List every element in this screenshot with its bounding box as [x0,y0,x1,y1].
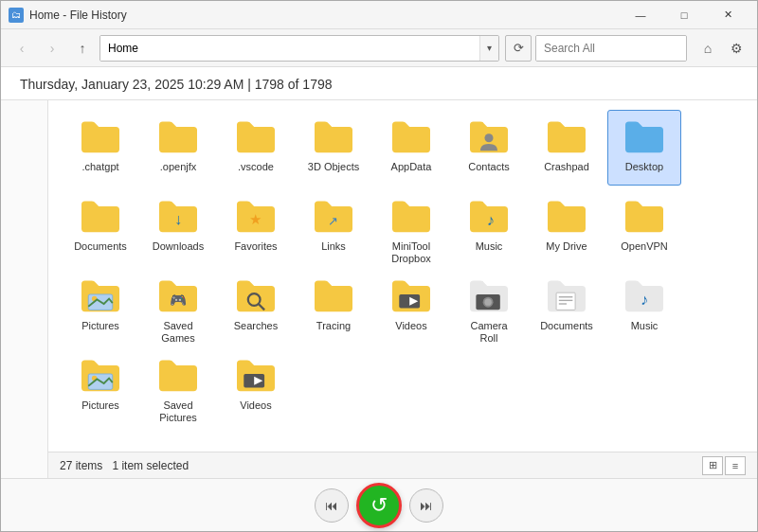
svg-point-14 [484,299,491,306]
file-item[interactable]: Crashpad [530,110,604,186]
svg-text:↓: ↓ [174,210,182,227]
window-controls: — □ ✕ [619,1,749,29]
file-item[interactable]: OpenVPN [607,189,681,265]
file-item[interactable]: Pictures [63,269,137,345]
grid-view-button[interactable]: ⊞ [702,456,723,475]
maximize-button[interactable]: □ [662,1,706,29]
file-item[interactable]: Saved Pictures [141,348,215,424]
file-item-name: Links [321,240,346,253]
search-bar: 🔍 [535,35,687,62]
svg-text:♪: ♪ [641,291,648,308]
file-item[interactable]: ♪ Music [452,189,526,265]
titlebar: 🗂 Home - File History — □ ✕ [1,1,757,29]
folder-icon [78,275,123,316]
file-item-name: .openjfx [160,161,197,173]
main-window: 🗂 Home - File History — □ ✕ ‹ › ↑ ▾ ⟳ 🔍 … [0,0,758,532]
sidebar [1,100,48,478]
address-dropdown[interactable]: ▾ [479,36,498,61]
back-button[interactable]: ‹ [9,35,35,62]
svg-rect-15 [556,293,575,310]
address-input[interactable] [100,36,479,61]
svg-point-0 [484,133,493,142]
file-item[interactable]: .openjfx [141,110,215,186]
svg-text:♪: ♪ [487,211,495,228]
file-item[interactable]: Videos [219,348,293,424]
folder-icon [466,275,512,316]
folder-icon: ↗ [311,196,356,237]
file-item-name: Music [476,240,503,253]
file-item[interactable]: Documents [63,189,137,265]
folder-icon [388,196,434,237]
last-button[interactable]: ⏭ [409,488,443,523]
file-panel: .chatgpt .openjfx .vscode 3D Objects App… [48,100,757,478]
file-item[interactable]: 🎮 Saved Games [141,269,215,345]
file-item-name: Documents [74,240,127,253]
file-item-name: Saved Pictures [159,399,197,424]
date-text: Thursday, January 23, 2025 10:29 AM | 17… [20,77,333,92]
toolbar-right: ⌂ ⚙ [695,35,749,62]
nav-bottom: ⏮ ↺ ⏭ [1,478,757,531]
file-item[interactable]: Videos [374,269,448,345]
first-button[interactable]: ⏮ [315,488,349,523]
file-item[interactable]: Camera Roll [452,269,526,345]
folder-icon [544,116,589,157]
settings-button[interactable]: ⚙ [723,35,749,62]
file-item[interactable]: Tracing [297,269,370,345]
folder-icon [233,355,279,396]
file-grid: .chatgpt .openjfx .vscode 3D Objects App… [48,100,757,452]
date-header: Thursday, January 23, 2025 10:29 AM | 17… [1,67,757,100]
file-item-name: Searches [234,320,278,332]
file-item-name: Videos [395,320,426,332]
folder-icon [544,196,589,237]
minimize-button[interactable]: — [619,1,662,29]
status-bar: 27 items 1 item selected ⊞ ≡ [48,452,757,478]
file-item[interactable]: MiniTool Dropbox [374,189,448,265]
forward-button[interactable]: › [39,35,65,62]
folder-icon [233,116,279,157]
home-button[interactable]: ⌂ [695,35,721,62]
close-button[interactable]: ✕ [706,1,749,29]
folder-icon: ♪ [622,275,667,316]
file-item[interactable]: My Drive [530,189,604,265]
file-item-name: Downloads [153,240,204,253]
file-item-name: Crashpad [544,161,589,173]
folder-icon [78,355,123,396]
file-item[interactable]: Contacts [452,110,526,186]
refresh-button[interactable]: ⟳ [505,35,532,62]
list-view-button[interactable]: ≡ [725,456,746,475]
file-item[interactable]: ↓ Downloads [141,189,215,265]
file-item[interactable]: Documents [530,269,604,345]
file-item[interactable]: ↗ Links [297,189,370,265]
folder-icon [622,116,667,157]
status-items: 27 items 1 item selected [60,459,702,472]
file-item-name: .vscode [238,161,274,173]
file-item[interactable]: .vscode [219,110,293,186]
file-item[interactable]: ★ Favorites [219,189,293,265]
file-item[interactable]: .chatgpt [63,110,137,186]
file-item-name: Favorites [234,240,277,253]
file-item-name: Pictures [81,320,119,332]
folder-icon: ↓ [155,196,201,237]
file-item[interactable]: Desktop [607,110,681,186]
folder-icon [78,196,123,237]
svg-text:↗: ↗ [329,214,339,228]
file-item[interactable]: ♪ Music [607,269,681,345]
selected-count: 1 item selected [112,459,189,472]
search-input[interactable] [536,36,687,61]
file-item[interactable]: Searches [219,269,293,345]
file-item[interactable]: Pictures [63,348,137,424]
file-item-name: 3D Objects [308,161,359,173]
file-item-name: My Drive [546,240,587,253]
file-item-name: OpenVPN [621,240,668,253]
items-count: 27 items [60,459,102,472]
file-item-name: Camera Roll [470,320,507,345]
restore-button[interactable]: ↺ [356,483,402,528]
up-button[interactable]: ↑ [69,35,96,62]
file-item[interactable]: 3D Objects [297,110,370,186]
toolbar: ‹ › ↑ ▾ ⟳ 🔍 ⌂ ⚙ [1,29,757,67]
file-item[interactable]: AppData [374,110,448,186]
file-item-name: Videos [240,399,271,412]
folder-icon [388,116,434,157]
folder-icon [155,355,201,396]
folder-icon [466,116,512,157]
